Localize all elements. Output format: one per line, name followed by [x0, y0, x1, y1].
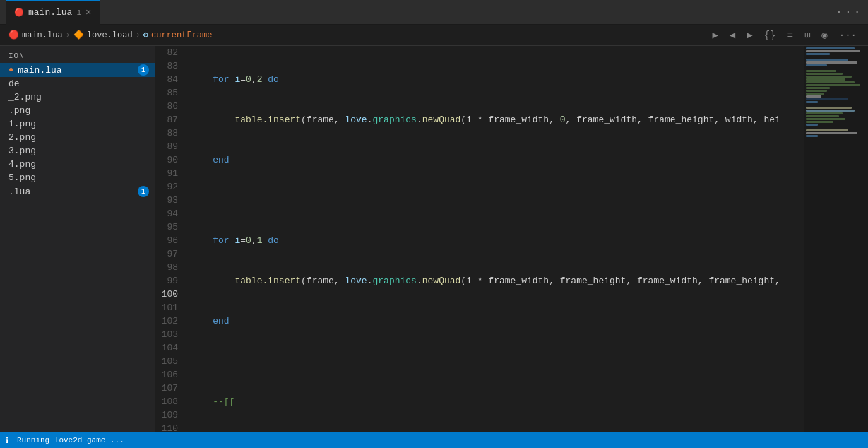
tab-close-button[interactable]: ×	[85, 7, 91, 18]
sidebar-item-label-de: de	[8, 78, 20, 89]
sidebar-item-2png2[interactable]: 2.png	[0, 131, 155, 144]
sidebar-item-2png[interactable]: _2.png	[0, 90, 155, 104]
breadcrumb-current[interactable]: currentFrame	[151, 30, 212, 40]
minimap-line	[806, 101, 818, 103]
minimap-line	[806, 129, 848, 131]
minimap	[804, 46, 868, 432]
status-message: Running love2d game ...	[17, 436, 124, 444]
minimap-line	[806, 110, 855, 112]
sidebar-item-label-2png2: 2.png	[8, 132, 36, 143]
sidebar-section-title: ION	[0, 49, 155, 63]
minimap-line	[806, 121, 833, 123]
minimap-line	[806, 81, 855, 83]
sidebar-item-de[interactable]: de	[0, 77, 155, 90]
sidebar-item-4png[interactable]: 4.png	[0, 158, 155, 171]
minimap-line	[806, 53, 830, 55]
list-btn[interactable]: ≡	[785, 28, 796, 42]
minimap-line	[806, 112, 843, 114]
sidebar-item-label-lua: .lua	[8, 187, 30, 197]
sidebar-item-png[interactable]: .png	[0, 104, 155, 117]
tab-file-icon: 🔴	[14, 8, 24, 17]
main-layout: ION ● main.lua 1 de _2.png .png 1.png 2.…	[0, 46, 868, 432]
minimap-line	[806, 61, 857, 64]
sidebar-item-label-3png: 3.png	[8, 146, 36, 156]
sidebar-item-5png[interactable]: 5.png	[0, 171, 155, 184]
title-bar: 🔴 main.lua 1 × ···	[0, 0, 868, 25]
more-btn2[interactable]: ···	[836, 28, 860, 42]
line-numbers: 82 83 84 85 86 87 88 89 90 91 92 93 94 9…	[155, 46, 185, 432]
breadcrumb-module[interactable]: love.load	[87, 30, 133, 40]
sidebar-item-label-4png: 4.png	[8, 159, 36, 170]
code-line-85	[191, 194, 799, 207]
code-content[interactable]: for i=0,2 do table.insert(frame, love.gr…	[185, 46, 804, 432]
minimap-line	[806, 84, 860, 86]
minimap-line	[806, 76, 852, 78]
sidebar-item-label-1png: 1.png	[8, 119, 36, 129]
code-line-89	[191, 355, 799, 368]
sidebar-badge-mainlua: 1	[138, 64, 149, 76]
minimap-line	[806, 118, 845, 120]
sidebar-item-lua[interactable]: .lua 1	[0, 184, 155, 199]
code-line-83: table.insert(frame, love.graphics.newQua…	[191, 113, 799, 126]
sidebar-item-label-mainlua: main.lua	[18, 65, 61, 76]
code-line-86: for i=0,1 do	[191, 234, 799, 247]
minimap-line	[806, 87, 830, 89]
minimap-line	[806, 98, 848, 100]
sidebar-item-mainlua[interactable]: ● main.lua 1	[0, 63, 155, 77]
minimap-line	[806, 90, 827, 92]
editor-area[interactable]: 82 83 84 85 86 87 88 89 90 91 92 93 94 9…	[155, 46, 868, 432]
breadcrumb-module-icon: 🔶	[73, 30, 84, 40]
sidebar: ION ● main.lua 1 de _2.png .png 1.png 2.…	[0, 46, 155, 432]
code-line-82: for i=0,2 do	[191, 73, 799, 86]
minimap-line	[806, 47, 855, 49]
sidebar-item-label-2png: _2.png	[8, 92, 42, 102]
file-icon-mainlua: ●	[8, 65, 13, 75]
minimap-line	[806, 59, 848, 61]
minimap-line	[806, 78, 845, 81]
status-info-icon: ℹ	[6, 436, 8, 445]
tab-modified: 1	[76, 8, 81, 17]
run-button[interactable]: ▶	[709, 28, 720, 42]
split-btn[interactable]: ◀	[727, 28, 738, 42]
tab-area: 🔴 main.lua 1 ×	[6, 0, 836, 25]
status-bar: ℹ Running love2d game ...	[0, 432, 868, 448]
breadcrumb-file-icon: 🔴	[8, 30, 19, 40]
minimap-line	[806, 64, 827, 66]
minimap-line	[806, 135, 818, 137]
sidebar-item-1png[interactable]: 1.png	[0, 117, 155, 131]
minimap-line	[806, 70, 836, 72]
breadcrumb: 🔴 main.lua › 🔶 love.load › ⚙ currentFram…	[0, 25, 868, 46]
minimap-content	[804, 46, 868, 139]
preview-btn[interactable]: ⊞	[802, 28, 813, 42]
sidebar-badge-lua: 1	[138, 186, 149, 197]
minimap-line	[806, 50, 860, 52]
minimap-line	[806, 132, 857, 134]
circle-btn[interactable]: ◉	[819, 28, 830, 42]
sidebar-item-label-png: .png	[8, 105, 30, 116]
code-line-88: end	[191, 314, 799, 328]
breadcrumb-file[interactable]: main.lua	[22, 30, 63, 40]
breadcrumb-sep2: ›	[136, 30, 141, 40]
tab-filename: main.lua	[28, 7, 72, 18]
breadcrumb-sep1: ›	[66, 30, 71, 40]
code-line-87: table.insert(frame, love.graphics.newQua…	[191, 274, 799, 288]
minimap-line	[806, 115, 839, 117]
minimap-line	[806, 95, 821, 98]
sidebar-item-label-5png: 5.png	[8, 172, 36, 183]
breadcrumb-current-icon: ⚙	[143, 30, 148, 40]
minimap-line	[806, 124, 818, 126]
run2-btn[interactable]: ▶	[744, 28, 755, 42]
minimap-line	[806, 73, 843, 75]
more-options[interactable]: ···	[836, 5, 862, 19]
sidebar-item-3png[interactable]: 3.png	[0, 144, 155, 158]
minimap-line	[806, 93, 824, 95]
code-line-90: --[[	[191, 395, 799, 408]
code-line-84: end	[191, 153, 799, 167]
braces-btn[interactable]: {}	[761, 28, 779, 42]
main-tab[interactable]: 🔴 main.lua 1 ×	[6, 0, 100, 25]
minimap-line	[806, 107, 852, 109]
